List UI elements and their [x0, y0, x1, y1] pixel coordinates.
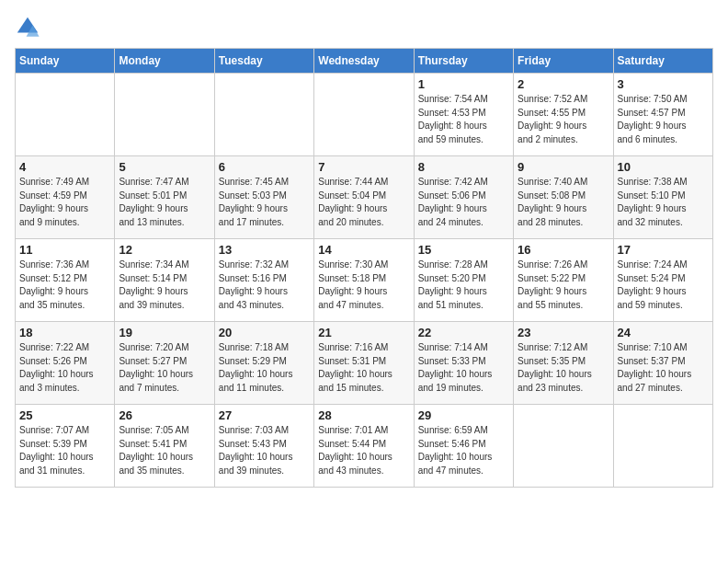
- day-number: 23: [518, 326, 609, 339]
- day-info: Sunrise: 7:52 AM Sunset: 4:55 PM Dayligh…: [518, 93, 609, 146]
- day-info: Sunrise: 7:01 AM Sunset: 5:44 PM Dayligh…: [318, 424, 409, 477]
- day-number: 24: [618, 326, 709, 339]
- calendar-cell: 29Sunrise: 6:59 AM Sunset: 5:46 PM Dayli…: [414, 405, 513, 488]
- calendar-cell: 9Sunrise: 7:40 AM Sunset: 5:08 PM Daylig…: [514, 156, 613, 239]
- calendar-table: SundayMondayTuesdayWednesdayThursdayFrid…: [15, 48, 713, 488]
- day-number: 28: [318, 408, 409, 422]
- weekday-header-friday: Friday: [514, 49, 613, 74]
- calendar-cell: [613, 405, 712, 488]
- calendar-cell: 27Sunrise: 7:03 AM Sunset: 5:43 PM Dayli…: [214, 405, 313, 488]
- day-info: Sunrise: 7:05 AM Sunset: 5:41 PM Dayligh…: [119, 424, 210, 477]
- day-info: Sunrise: 7:50 AM Sunset: 4:57 PM Dayligh…: [618, 93, 709, 146]
- calendar-cell: 11Sunrise: 7:36 AM Sunset: 5:12 PM Dayli…: [16, 239, 115, 322]
- day-number: 11: [19, 243, 110, 257]
- day-number: 20: [219, 326, 310, 339]
- calendar-cell: [314, 74, 414, 156]
- weekday-header-tuesday: Tuesday: [214, 49, 313, 74]
- weekday-header-saturday: Saturday: [613, 49, 712, 74]
- logo-icon: [15, 15, 40, 40]
- day-info: Sunrise: 7:12 AM Sunset: 5:35 PM Dayligh…: [518, 341, 609, 395]
- day-info: Sunrise: 7:14 AM Sunset: 5:33 PM Dayligh…: [418, 341, 509, 395]
- day-number: 16: [518, 243, 609, 257]
- calendar-cell: 21Sunrise: 7:16 AM Sunset: 5:31 PM Dayli…: [314, 322, 414, 405]
- weekday-header-wednesday: Wednesday: [314, 49, 414, 74]
- day-number: 13: [219, 243, 310, 257]
- day-info: Sunrise: 7:49 AM Sunset: 4:59 PM Dayligh…: [19, 176, 110, 229]
- calendar-cell: [115, 74, 214, 156]
- day-number: 5: [119, 160, 210, 174]
- calendar-week-row: 11Sunrise: 7:36 AM Sunset: 5:12 PM Dayli…: [16, 239, 713, 322]
- calendar-cell: 16Sunrise: 7:26 AM Sunset: 5:22 PM Dayli…: [514, 239, 613, 322]
- header: [15, 15, 713, 40]
- day-number: 1: [418, 77, 509, 91]
- day-number: 2: [518, 77, 609, 91]
- day-info: Sunrise: 7:40 AM Sunset: 5:08 PM Dayligh…: [518, 176, 609, 229]
- day-number: 4: [19, 160, 110, 174]
- weekday-header-row: SundayMondayTuesdayWednesdayThursdayFrid…: [16, 49, 713, 74]
- calendar-cell: 7Sunrise: 7:44 AM Sunset: 5:04 PM Daylig…: [314, 156, 414, 239]
- calendar-week-row: 25Sunrise: 7:07 AM Sunset: 5:39 PM Dayli…: [16, 405, 713, 488]
- day-number: 6: [219, 160, 310, 174]
- calendar-cell: 6Sunrise: 7:45 AM Sunset: 5:03 PM Daylig…: [214, 156, 313, 239]
- calendar-week-row: 1Sunrise: 7:54 AM Sunset: 4:53 PM Daylig…: [16, 74, 713, 156]
- day-info: Sunrise: 7:34 AM Sunset: 5:14 PM Dayligh…: [119, 259, 210, 312]
- calendar-week-row: 4Sunrise: 7:49 AM Sunset: 4:59 PM Daylig…: [16, 156, 713, 239]
- day-info: Sunrise: 7:24 AM Sunset: 5:24 PM Dayligh…: [618, 259, 709, 312]
- calendar-cell: 26Sunrise: 7:05 AM Sunset: 5:41 PM Dayli…: [115, 405, 214, 488]
- day-info: Sunrise: 7:16 AM Sunset: 5:31 PM Dayligh…: [318, 341, 409, 395]
- day-info: Sunrise: 7:28 AM Sunset: 5:20 PM Dayligh…: [418, 259, 509, 312]
- day-info: Sunrise: 7:54 AM Sunset: 4:53 PM Dayligh…: [418, 93, 509, 146]
- day-info: Sunrise: 7:03 AM Sunset: 5:43 PM Dayligh…: [219, 424, 310, 477]
- day-number: 25: [19, 408, 110, 422]
- day-number: 21: [318, 326, 409, 339]
- calendar-cell: 8Sunrise: 7:42 AM Sunset: 5:06 PM Daylig…: [414, 156, 513, 239]
- day-info: Sunrise: 7:36 AM Sunset: 5:12 PM Dayligh…: [19, 259, 110, 312]
- calendar-cell: 3Sunrise: 7:50 AM Sunset: 4:57 PM Daylig…: [613, 74, 712, 156]
- calendar-cell: 19Sunrise: 7:20 AM Sunset: 5:27 PM Dayli…: [115, 322, 214, 405]
- day-info: Sunrise: 7:30 AM Sunset: 5:18 PM Dayligh…: [318, 259, 409, 312]
- calendar-cell: 25Sunrise: 7:07 AM Sunset: 5:39 PM Dayli…: [16, 405, 115, 488]
- day-info: Sunrise: 7:07 AM Sunset: 5:39 PM Dayligh…: [19, 424, 110, 477]
- day-number: 19: [119, 326, 210, 339]
- day-info: Sunrise: 7:26 AM Sunset: 5:22 PM Dayligh…: [518, 259, 609, 312]
- day-number: 29: [418, 408, 509, 422]
- day-number: 9: [518, 160, 609, 174]
- day-info: Sunrise: 6:59 AM Sunset: 5:46 PM Dayligh…: [418, 424, 509, 477]
- day-number: 12: [119, 243, 210, 257]
- day-number: 22: [418, 326, 509, 339]
- day-number: 27: [219, 408, 310, 422]
- day-info: Sunrise: 7:44 AM Sunset: 5:04 PM Dayligh…: [318, 176, 409, 229]
- calendar-cell: 22Sunrise: 7:14 AM Sunset: 5:33 PM Dayli…: [414, 322, 513, 405]
- calendar-cell: 13Sunrise: 7:32 AM Sunset: 5:16 PM Dayli…: [214, 239, 313, 322]
- day-number: 18: [19, 326, 110, 339]
- calendar-cell: 17Sunrise: 7:24 AM Sunset: 5:24 PM Dayli…: [613, 239, 712, 322]
- logo: [15, 15, 44, 40]
- calendar-week-row: 18Sunrise: 7:22 AM Sunset: 5:26 PM Dayli…: [16, 322, 713, 405]
- calendar-cell: 23Sunrise: 7:12 AM Sunset: 5:35 PM Dayli…: [514, 322, 613, 405]
- day-info: Sunrise: 7:18 AM Sunset: 5:29 PM Dayligh…: [219, 341, 310, 395]
- calendar-cell: 14Sunrise: 7:30 AM Sunset: 5:18 PM Dayli…: [314, 239, 414, 322]
- day-info: Sunrise: 7:10 AM Sunset: 5:37 PM Dayligh…: [618, 341, 709, 395]
- calendar-cell: [514, 405, 613, 488]
- day-number: 15: [418, 243, 509, 257]
- calendar-cell: 18Sunrise: 7:22 AM Sunset: 5:26 PM Dayli…: [16, 322, 115, 405]
- day-number: 14: [318, 243, 409, 257]
- calendar-cell: 24Sunrise: 7:10 AM Sunset: 5:37 PM Dayli…: [613, 322, 712, 405]
- calendar-cell: [16, 74, 115, 156]
- day-info: Sunrise: 7:20 AM Sunset: 5:27 PM Dayligh…: [119, 341, 210, 395]
- day-number: 26: [119, 408, 210, 422]
- day-info: Sunrise: 7:45 AM Sunset: 5:03 PM Dayligh…: [219, 176, 310, 229]
- day-info: Sunrise: 7:32 AM Sunset: 5:16 PM Dayligh…: [219, 259, 310, 312]
- day-number: 17: [618, 243, 709, 257]
- weekday-header-thursday: Thursday: [414, 49, 513, 74]
- day-info: Sunrise: 7:42 AM Sunset: 5:06 PM Dayligh…: [418, 176, 509, 229]
- calendar-cell: 5Sunrise: 7:47 AM Sunset: 5:01 PM Daylig…: [115, 156, 214, 239]
- calendar-cell: 28Sunrise: 7:01 AM Sunset: 5:44 PM Dayli…: [314, 405, 414, 488]
- calendar-cell: [214, 74, 313, 156]
- day-number: 3: [618, 77, 709, 91]
- weekday-header-sunday: Sunday: [16, 49, 115, 74]
- weekday-header-monday: Monday: [115, 49, 214, 74]
- calendar-cell: 2Sunrise: 7:52 AM Sunset: 4:55 PM Daylig…: [514, 74, 613, 156]
- calendar-cell: 20Sunrise: 7:18 AM Sunset: 5:29 PM Dayli…: [214, 322, 313, 405]
- calendar-cell: 1Sunrise: 7:54 AM Sunset: 4:53 PM Daylig…: [414, 74, 513, 156]
